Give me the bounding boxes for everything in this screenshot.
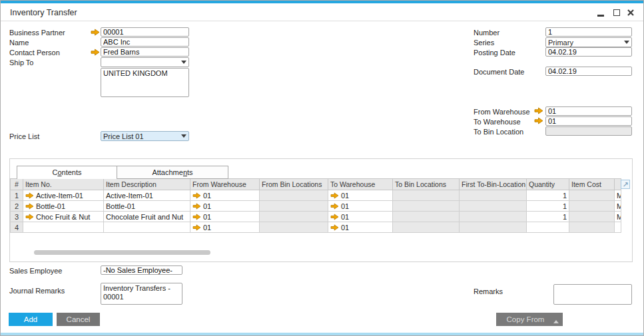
to-warehouse-value: 01 (341, 224, 349, 232)
link-arrow-icon[interactable] (330, 203, 339, 210)
close-button[interactable] (625, 7, 636, 18)
to-bin-locations-cell (393, 222, 460, 233)
items-table: # Item No. Item Description From Warehou… (10, 178, 621, 233)
copy-from-button[interactable]: Copy From (496, 313, 563, 326)
maximize-button[interactable] (611, 7, 622, 18)
name-input[interactable] (101, 37, 189, 47)
titlebar[interactable]: Inventory Transfer (1, 3, 643, 21)
series-value: Primary (548, 39, 622, 47)
link-arrow-icon[interactable] (192, 224, 201, 231)
from-bin-locations-cell (260, 190, 328, 201)
to-warehouse-cell[interactable]: 01 (328, 190, 393, 201)
extra-cell[interactable]: M (615, 190, 621, 201)
col-header-from-warehouse[interactable]: From Warehouse (190, 179, 260, 190)
quantity-cell[interactable] (527, 222, 569, 233)
item-description-cell[interactable]: Bottle-01 (104, 201, 190, 212)
journal-remarks-box[interactable]: Inventory Transfers - 00001 (101, 283, 182, 305)
link-arrow-icon[interactable] (25, 192, 34, 199)
contact-person-label: Contact Person (9, 49, 60, 57)
col-header-first-to-bin-location[interactable]: First To-Bin-Location (460, 179, 527, 190)
from-warehouse-value: 01 (203, 213, 211, 221)
quantity-cell[interactable]: 1 (527, 201, 569, 212)
chevron-down-icon (181, 134, 186, 138)
window-title: Inventory Transfer (10, 8, 77, 17)
item-no-cell[interactable]: Bottle-01 (23, 201, 104, 212)
sales-employee-input[interactable] (101, 265, 182, 275)
from-warehouse-link-arrow-icon[interactable] (534, 107, 543, 114)
link-arrow-icon[interactable] (25, 203, 34, 210)
from-warehouse-cell[interactable]: 01 (190, 201, 260, 212)
link-arrow-icon[interactable] (192, 192, 201, 199)
item-description-cell[interactable]: Active-Item-01 (104, 190, 190, 201)
col-header-to-bin-locations[interactable]: To Bin Locations (393, 179, 460, 190)
to-warehouse-link-arrow-icon[interactable] (534, 117, 543, 124)
row-number-cell[interactable]: 1 (11, 190, 23, 201)
business-partner-link-arrow-icon[interactable] (91, 29, 100, 36)
ship-to-address-box[interactable]: UNITED KINGDOM (101, 68, 189, 97)
col-header-quantity[interactable]: Quantity (527, 179, 569, 190)
to-warehouse-value: 01 (341, 192, 349, 200)
col-header-rownum[interactable]: # (11, 179, 23, 190)
first-to-bin-location-cell (460, 222, 527, 233)
from-bin-locations-cell (260, 222, 328, 233)
posting-date-input[interactable] (545, 47, 632, 57)
cancel-button[interactable]: Cancel (57, 313, 100, 326)
link-arrow-icon[interactable] (330, 214, 339, 220)
tab-contents[interactable]: Contents (17, 166, 117, 179)
extra-cell[interactable]: M (615, 201, 621, 212)
link-arrow-icon[interactable] (330, 224, 339, 231)
quantity-cell[interactable]: 1 (527, 212, 569, 222)
ship-to-select[interactable] (101, 57, 189, 67)
business-partner-input[interactable] (101, 27, 189, 37)
tab-attachments[interactable]: Attachments (117, 166, 228, 179)
link-arrow-icon[interactable] (25, 214, 34, 220)
contact-person-input[interactable] (101, 47, 189, 57)
first-to-bin-location-cell (460, 212, 527, 222)
row-number-cell[interactable]: 3 (11, 212, 23, 222)
table-row: 3 Choc Fruit & Nut Chocolate Fruit and N… (11, 212, 621, 222)
to-warehouse-cell[interactable]: 01 (328, 212, 393, 222)
to-warehouse-cell[interactable]: 01 (328, 201, 393, 212)
document-date-input[interactable] (545, 67, 632, 76)
item-no-cell[interactable] (23, 222, 104, 233)
item-no-cell[interactable]: Active-Item-01 (23, 190, 104, 201)
tab-attachments-label-rest: ts (187, 168, 193, 176)
contact-person-link-arrow-icon[interactable] (91, 49, 100, 56)
horizontal-scrollbar[interactable] (34, 250, 210, 255)
item-no-cell[interactable]: Choc Fruit & Nut (23, 212, 104, 222)
to-warehouse-cell[interactable]: 01 (328, 222, 393, 233)
minimize-button[interactable] (595, 7, 606, 18)
extra-cell[interactable] (615, 222, 621, 233)
link-arrow-icon[interactable] (192, 214, 201, 220)
from-warehouse-value: 01 (203, 202, 211, 210)
col-header-item-no[interactable]: Item No. (23, 179, 104, 190)
from-warehouse-cell[interactable]: 01 (190, 222, 260, 233)
item-description-cell[interactable] (104, 222, 190, 233)
quantity-cell[interactable]: 1 (527, 190, 569, 201)
to-bin-locations-cell (393, 212, 460, 222)
expand-grid-button[interactable]: ↗ (621, 180, 630, 189)
posting-date-label: Posting Date (474, 49, 515, 57)
from-warehouse-input[interactable] (545, 106, 632, 116)
close-icon (625, 7, 636, 18)
extra-cell[interactable]: M (615, 212, 621, 222)
chevron-down-icon (181, 61, 186, 64)
link-arrow-icon[interactable] (330, 192, 339, 199)
price-list-select[interactable]: Price List 01 (101, 131, 189, 141)
col-header-item-cost[interactable]: Item Cost (569, 179, 615, 190)
add-button[interactable]: Add (9, 313, 53, 326)
series-select[interactable]: Primary (545, 37, 632, 47)
col-header-from-bin-locations[interactable]: From Bin Locations (260, 179, 328, 190)
col-header-item-description[interactable]: Item Description (104, 179, 190, 190)
item-description-cell[interactable]: Chocolate Fruit and Nut (104, 212, 190, 222)
item-cost-cell (569, 222, 615, 233)
remarks-box[interactable] (553, 284, 632, 305)
number-input[interactable] (545, 27, 632, 37)
from-warehouse-cell[interactable]: 01 (190, 190, 260, 201)
row-number-cell[interactable]: 2 (11, 201, 23, 212)
link-arrow-icon[interactable] (192, 203, 201, 210)
col-header-to-warehouse[interactable]: To Warehouse (328, 179, 393, 190)
from-warehouse-cell[interactable]: 01 (190, 212, 260, 222)
row-number-cell[interactable]: 4 (11, 222, 23, 233)
to-warehouse-input[interactable] (545, 116, 632, 126)
